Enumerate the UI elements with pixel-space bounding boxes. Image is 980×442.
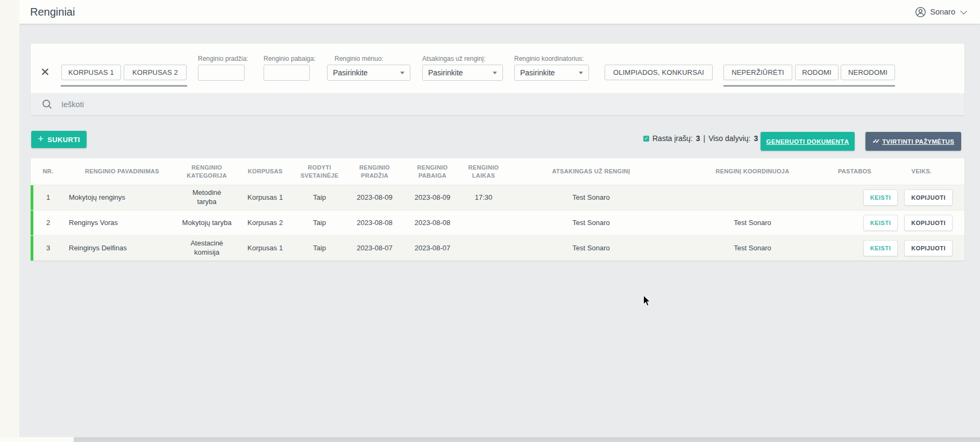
cell-pabaiga: 2023-08-08 bbox=[406, 219, 459, 228]
search-bar bbox=[31, 93, 964, 115]
row-status-bar bbox=[31, 185, 33, 210]
select-arrow-icon bbox=[579, 72, 583, 74]
cell-pabaiga: 2023-08-07 bbox=[406, 244, 459, 253]
plus-icon: + bbox=[38, 134, 44, 145]
responsible-label: Atsakingas už renginį: bbox=[422, 55, 485, 62]
edit-button[interactable]: KEISTI bbox=[863, 240, 898, 256]
found-count: 3 bbox=[696, 134, 700, 143]
cell-kategorija: Atestacinė komisija bbox=[179, 239, 235, 257]
table-row: 1 Mokytojų renginys Metodinė taryba Korp… bbox=[31, 185, 964, 210]
cell-korpusas: Korpusas 2 bbox=[235, 219, 295, 228]
confirm-marked-button[interactable]: ✓✓ TVIRTINTI PAŽYMĖTUS bbox=[865, 132, 961, 151]
cell-rodyti: Taip bbox=[295, 219, 344, 228]
clear-filters-icon[interactable]: ✕ bbox=[40, 66, 50, 78]
user-avatar-icon bbox=[915, 6, 926, 18]
select-arrow-icon bbox=[400, 72, 404, 74]
col-header-koordinuoja: RENGINĮ KOORDINUOJA bbox=[674, 167, 830, 175]
user-name: Sonaro bbox=[930, 8, 955, 16]
event-end-label: Renginio pabaiga: bbox=[264, 55, 316, 62]
events-table: NR. RENGINIO PAVADINIMAS RENGINIO KATEGO… bbox=[31, 158, 964, 261]
cell-rodyti: Taip bbox=[295, 244, 344, 253]
event-start-input[interactable] bbox=[198, 65, 245, 81]
korpusas-1-button[interactable]: KORPUSAS 1 bbox=[61, 65, 121, 80]
cell-nr: 3 bbox=[31, 244, 66, 253]
korpusas-2-button[interactable]: KORPUSAS 2 bbox=[124, 65, 187, 80]
visibility-group-underline bbox=[723, 85, 895, 87]
row-actions: KEISTI KOPIJUOTI bbox=[830, 240, 964, 256]
table-row: 3 Reinginys Delfinas Atestacinė komisija… bbox=[31, 235, 964, 261]
cell-laikas: 17:30 bbox=[459, 193, 508, 202]
search-icon bbox=[41, 99, 53, 110]
cell-pabaiga: 2023-08-09 bbox=[406, 193, 459, 202]
filter-panel: ✕ KORPUSAS 1 KORPUSAS 2 Renginio pradžia… bbox=[31, 44, 964, 115]
hidden-button[interactable]: NERODOMI bbox=[841, 65, 895, 80]
col-header-rodyti: RODYTI SVETAINĖJE bbox=[295, 164, 344, 179]
copy-button[interactable]: KOPIJUOTI bbox=[904, 190, 953, 206]
col-header-laikas: RENGINIO LAIKAS bbox=[459, 164, 508, 179]
col-header-atsakingas: ATSAKINGAS UŽ RENGINĮ bbox=[508, 167, 674, 175]
event-month-label: Renginio mėnuo: bbox=[335, 55, 384, 62]
shown-button[interactable]: RODOMI bbox=[795, 65, 839, 80]
cell-nr: 1 bbox=[31, 193, 66, 202]
results-divider: | bbox=[704, 134, 706, 143]
col-header-nr: NR. bbox=[31, 167, 66, 175]
found-label: Rasta įrašų: bbox=[652, 134, 693, 143]
row-status-bar bbox=[31, 236, 33, 261]
edit-button[interactable]: KEISTI bbox=[863, 215, 898, 231]
olympiads-contests-button[interactable]: OLIMPIADOS, KONKURSAI bbox=[605, 65, 713, 80]
results-checkbox[interactable]: ✓ bbox=[643, 136, 649, 142]
row-status-bar bbox=[31, 211, 33, 235]
event-start-label: Renginio pradžia: bbox=[198, 55, 248, 62]
row-actions: KEISTI KOPIJUOTI bbox=[830, 190, 964, 206]
unreviewed-button[interactable]: NEPERŽIŪRĖTI bbox=[723, 65, 792, 80]
col-header-veiks: VEIKS. bbox=[879, 167, 964, 175]
bottom-edge-strip bbox=[0, 437, 980, 442]
copy-button[interactable]: KOPIJUOTI bbox=[904, 215, 953, 231]
double-check-icon: ✓✓ bbox=[872, 138, 878, 145]
cell-korpusas: Korpusas 1 bbox=[235, 244, 295, 253]
korpusas-group-underline bbox=[61, 85, 187, 87]
cell-atsakingas: Test Sonaro bbox=[508, 219, 674, 228]
event-end-input[interactable] bbox=[264, 65, 310, 81]
row-actions: KEISTI KOPIJUOTI bbox=[830, 215, 964, 231]
cell-atsakingas: Test Sonaro bbox=[508, 244, 674, 253]
cell-kategorija: Mokytojų taryba bbox=[179, 219, 235, 228]
participants-count: 3 bbox=[754, 134, 758, 143]
event-month-select[interactable]: Pasirinkite bbox=[327, 65, 410, 81]
app-screen: Renginiai Sonaro ✕ KORPUSAS 1 KORPUSAS 2… bbox=[0, 0, 980, 442]
cell-atsakingas: Test Sonaro bbox=[508, 193, 674, 202]
cell-pradzia: 2023-08-08 bbox=[344, 219, 406, 228]
bottom-edge-white-segment bbox=[0, 437, 74, 442]
cell-rodyti: Taip bbox=[295, 193, 344, 202]
col-header-korpusas: KORPUSAS bbox=[235, 167, 295, 175]
topbar: Renginiai Sonaro bbox=[0, 0, 980, 24]
cell-pavadinimas: Reinginys Delfinas bbox=[66, 244, 179, 253]
create-button[interactable]: + SUKURTI bbox=[31, 131, 87, 148]
cell-pradzia: 2023-08-09 bbox=[344, 193, 406, 202]
table-header-row: NR. RENGINIO PAVADINIMAS RENGINIO KATEGO… bbox=[31, 158, 964, 185]
chevron-down-icon bbox=[960, 8, 967, 15]
left-edge-strip bbox=[0, 0, 19, 438]
copy-button[interactable]: KOPIJUOTI bbox=[904, 240, 953, 256]
table-row: 2 Renginys Voras Mokytojų taryba Korpusa… bbox=[31, 210, 964, 235]
col-header-kategorija: RENGINIO KATEGORIJA bbox=[179, 164, 235, 179]
select-arrow-icon bbox=[493, 72, 497, 74]
user-menu[interactable]: Sonaro bbox=[915, 5, 965, 18]
cell-nr: 2 bbox=[31, 219, 66, 228]
generate-document-button[interactable]: GENERUOTI DOKUMENTĄ bbox=[761, 132, 855, 151]
cell-pradzia: 2023-08-07 bbox=[344, 244, 406, 253]
col-header-pastabos: PASTABOS bbox=[830, 167, 879, 175]
search-input[interactable] bbox=[61, 100, 964, 109]
page-title: Renginiai bbox=[30, 6, 75, 18]
edit-button[interactable]: KEISTI bbox=[863, 190, 898, 206]
cell-korpusas: Korpusas 1 bbox=[235, 193, 295, 202]
col-header-pabaiga: RENGINIO PABAIGA bbox=[406, 164, 459, 179]
coordinator-select[interactable]: Pasirinkite bbox=[514, 65, 589, 81]
responsible-select[interactable]: Pasirinkite bbox=[422, 65, 503, 81]
cell-koordinuoja: Test Sonaro bbox=[674, 219, 830, 228]
cell-kategorija: Metodinė taryba bbox=[179, 188, 235, 207]
col-header-pradzia: RENGINIO PRADŽIA bbox=[344, 164, 406, 179]
results-summary: ✓ Rasta įrašų: 3 | Viso dalyvių: 3 bbox=[643, 134, 758, 143]
mouse-cursor bbox=[643, 295, 651, 307]
cell-pavadinimas: Mokytojų renginys bbox=[66, 193, 179, 202]
